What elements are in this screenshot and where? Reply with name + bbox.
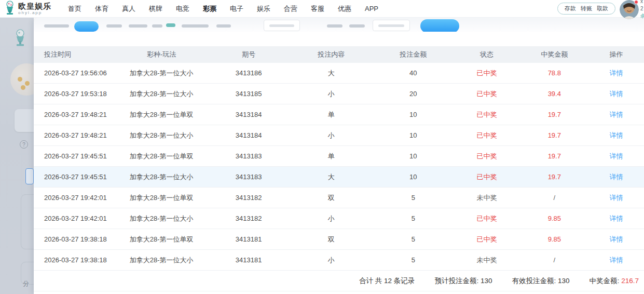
nav-item-7[interactable]: 娱乐 [254, 2, 273, 16]
header-cell-1: 彩种-玩法 [115, 50, 208, 59]
trophy-logo-icon [4, 1, 16, 17]
issue-cell: 3413183 [208, 173, 289, 181]
win-amount-cell: / [520, 256, 589, 264]
bet-amount-cell: 10 [373, 173, 453, 181]
table-body: 2026-03-27 19:56:06加拿大28-第一位大小3413186大40… [34, 63, 644, 271]
help-icon: ? [20, 140, 28, 149]
table-header-row: 投注时间彩种-玩法期号投注内容投注金额状态中奖金额操作 [34, 46, 644, 63]
summary-valid-amount: 有效投注金额: 130 [512, 276, 569, 286]
nav-item-1[interactable]: 体育 [92, 2, 112, 16]
table-row: 2026-03-27 19:48:21加拿大28-第一位大小3413184小10… [34, 125, 644, 146]
nav-item-9[interactable]: 客服 [308, 2, 327, 16]
nav-item-8[interactable]: 合营 [281, 2, 300, 16]
header-cell-5: 状态 [453, 50, 520, 59]
bg-card [15, 109, 34, 132]
detail-link[interactable]: 详情 [610, 194, 623, 202]
filter-fragment [182, 24, 209, 28]
bet-time-cell: 2026-03-27 19:42:01 [34, 215, 115, 222]
summary-bar: 合计 共 12 条记录 预计投注金额: 130 有效投注金额: 130 中奖金额… [34, 271, 644, 291]
game-type-cell: 加拿大28-第一位大小 [115, 256, 208, 265]
issue-cell: 3413184 [208, 131, 289, 139]
nav-item-11[interactable]: APP [362, 3, 381, 15]
user-avatar[interactable] [620, 0, 639, 19]
detail-link[interactable]: 详情 [610, 111, 623, 118]
bet-content-cell: 大 [289, 69, 373, 78]
select-input-clipped[interactable] [373, 20, 410, 31]
bg-text-fragment: 分 [23, 279, 29, 288]
nav-item-0[interactable]: 首页 [65, 2, 85, 16]
wallet-actions-pill: 存款转账取款 [557, 3, 615, 15]
game-type-cell: 加拿大28-第一位大小 [115, 172, 208, 182]
detail-link[interactable]: 详情 [610, 90, 623, 98]
status-cell: 未中奖 [453, 256, 520, 265]
header-cell-0: 投注时间 [34, 50, 115, 59]
wallet-action-1[interactable]: 转账 [581, 5, 592, 12]
detail-link[interactable]: 详情 [610, 69, 623, 77]
filter-fragment [152, 24, 162, 28]
brand-logo[interactable]: 欧皇娱乐 ohyl.app [4, 1, 51, 17]
detail-link[interactable]: 详情 [610, 256, 623, 264]
issue-cell: 3413183 [208, 152, 289, 160]
bet-amount-cell: 40 [373, 69, 453, 77]
win-amount-cell: 19.7 [520, 111, 589, 118]
filter-fragment [327, 24, 342, 28]
active-filter-tab-clipped[interactable] [74, 21, 99, 32]
status-cell: 已中奖 [453, 214, 520, 223]
nav-item-4[interactable]: 电竞 [173, 2, 193, 16]
query-button-clipped[interactable] [420, 19, 459, 32]
nav-item-3[interactable]: 棋牌 [146, 2, 166, 16]
bet-content-cell: 双 [289, 193, 373, 203]
win-amount-cell: 78.8 [520, 69, 589, 77]
wallet-action-2[interactable]: 取款 [597, 5, 608, 12]
bet-amount-cell: 10 [373, 111, 453, 118]
game-type-cell: 加拿大28-第一位大小 [115, 131, 208, 140]
bet-amount-cell: 5 [373, 235, 453, 243]
user-info-clipped: x 2 余 [640, 0, 644, 20]
wallet-action-0[interactable]: 存款 [565, 5, 576, 12]
bet-content-cell: 大 [289, 172, 373, 182]
detail-link[interactable]: 详情 [610, 215, 623, 222]
nav-item-5[interactable]: 彩票 [200, 2, 220, 16]
detail-link[interactable]: 详情 [610, 152, 623, 160]
brand-domain: ohyl.app [18, 11, 51, 15]
nav-item-10[interactable]: 优惠 [335, 2, 354, 16]
detail-link[interactable]: 详情 [610, 173, 623, 181]
summary-expected-amount: 预计投注金额: 130 [434, 276, 492, 286]
header-cell-4: 投注金额 [373, 50, 453, 59]
status-cell: 已中奖 [453, 152, 520, 161]
issue-cell: 3413181 [208, 235, 289, 243]
bet-content-cell: 小 [289, 256, 373, 265]
notification-dot [634, 0, 638, 4]
table-row: 2026-03-27 19:38:18加拿大28-第一位单双3413181双5已… [34, 229, 644, 250]
nav-item-2[interactable]: 真人 [119, 2, 139, 16]
issue-cell: 3413182 [208, 194, 289, 202]
bg-selected-chip [25, 168, 34, 184]
detail-link[interactable]: 详情 [610, 235, 623, 243]
navbar-right: 存款转账取款 x [557, 0, 644, 20]
filter-fragment [44, 24, 69, 28]
bg-panel-outline [21, 194, 34, 249]
detail-link[interactable]: 详情 [610, 131, 623, 139]
action-cell: 详情 [588, 193, 644, 203]
main-nav-menu: 首页体育真人棋牌电竞彩票电子娱乐合营客服优惠APP [65, 2, 381, 16]
table-row: 2026-03-27 19:56:06加拿大28-第一位大小3413186大40… [34, 63, 644, 84]
win-amount-cell: 9.85 [520, 235, 589, 243]
action-cell: 详情 [588, 256, 644, 265]
table-row: 2026-03-27 19:48:21加拿大28-第一位单双3413184单10… [34, 104, 644, 125]
filter-fragment [349, 24, 365, 28]
table-row: 2026-03-27 19:53:18加拿大28-第一位大小3413185小20… [34, 84, 644, 104]
header-cell-3: 投注内容 [289, 50, 373, 59]
status-cell: 已中奖 [453, 172, 520, 182]
bet-time-cell: 2026-03-27 19:45:51 [34, 173, 115, 181]
issue-cell: 3413185 [208, 90, 289, 98]
bet-amount-cell: 5 [373, 256, 453, 264]
action-cell: 详情 [588, 235, 644, 244]
table-row: 2026-03-27 19:45:51加拿大28-第一位单双3413183单10… [34, 146, 644, 167]
game-type-cell: 加拿大28-第一位单双 [115, 110, 208, 119]
game-type-cell: 加拿大28-第一位单双 [115, 235, 208, 244]
date-input-clipped[interactable] [264, 20, 300, 31]
issue-cell: 3413181 [208, 256, 289, 264]
bet-content-cell: 小 [289, 89, 373, 99]
win-amount-cell: 9.85 [520, 215, 589, 222]
nav-item-6[interactable]: 电子 [227, 2, 246, 16]
